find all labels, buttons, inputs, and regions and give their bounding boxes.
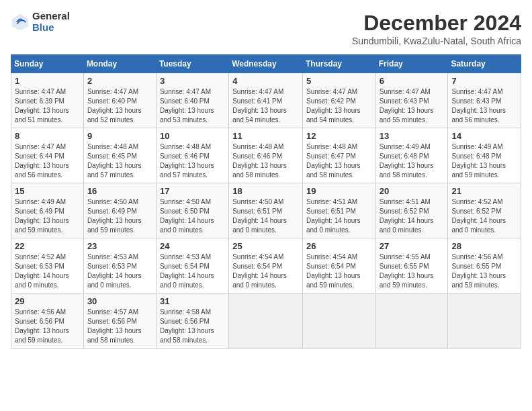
logo-icon xyxy=(11,13,30,32)
calendar-cell xyxy=(448,293,521,349)
day-info: Sunrise: 4:50 AM Sunset: 6:49 PM Dayligh… xyxy=(87,197,152,235)
logo-text: General Blue xyxy=(32,11,70,33)
day-info: Sunrise: 4:48 AM Sunset: 6:47 PM Dayligh… xyxy=(306,142,372,180)
day-info: Sunrise: 4:51 AM Sunset: 6:51 PM Dayligh… xyxy=(306,197,372,235)
calendar-cell: 14Sunrise: 4:49 AM Sunset: 6:48 PM Dayli… xyxy=(448,128,521,183)
calendar-cell: 15Sunrise: 4:49 AM Sunset: 6:49 PM Dayli… xyxy=(11,183,84,238)
calendar-week-3: 15Sunrise: 4:49 AM Sunset: 6:49 PM Dayli… xyxy=(11,183,521,238)
day-number: 30 xyxy=(87,296,152,306)
day-number: 20 xyxy=(380,186,445,196)
calendar-cell: 5Sunrise: 4:47 AM Sunset: 6:42 PM Daylig… xyxy=(302,73,375,128)
calendar-cell: 9Sunrise: 4:48 AM Sunset: 6:45 PM Daylig… xyxy=(83,128,156,183)
logo-blue: Blue xyxy=(32,22,70,34)
day-number: 21 xyxy=(451,186,517,196)
calendar-cell: 31Sunrise: 4:58 AM Sunset: 6:56 PM Dayli… xyxy=(156,293,228,349)
calendar-cell xyxy=(375,293,448,349)
day-info: Sunrise: 4:47 AM Sunset: 6:40 PM Dayligh… xyxy=(160,87,225,125)
day-number: 16 xyxy=(87,186,152,196)
title-section: December 2024 Sundumbili, KwaZulu-Natal,… xyxy=(352,11,521,46)
calendar-cell: 28Sunrise: 4:56 AM Sunset: 6:55 PM Dayli… xyxy=(448,238,521,293)
day-info: Sunrise: 4:53 AM Sunset: 6:53 PM Dayligh… xyxy=(87,253,152,290)
calendar-cell: 25Sunrise: 4:54 AM Sunset: 6:54 PM Dayli… xyxy=(229,238,303,293)
day-number: 26 xyxy=(306,241,372,251)
day-number: 19 xyxy=(306,186,372,196)
day-number: 31 xyxy=(160,296,225,306)
calendar-cell: 12Sunrise: 4:48 AM Sunset: 6:47 PM Dayli… xyxy=(302,128,375,183)
day-info: Sunrise: 4:49 AM Sunset: 6:48 PM Dayligh… xyxy=(451,142,517,180)
calendar-cell xyxy=(229,293,303,349)
page-header: General Blue December 2024 Sundumbili, K… xyxy=(11,11,521,46)
day-header-wednesday: Wednesday xyxy=(229,55,303,73)
day-number: 22 xyxy=(15,241,80,251)
day-number: 11 xyxy=(232,131,299,141)
calendar-cell: 29Sunrise: 4:56 AM Sunset: 6:56 PM Dayli… xyxy=(11,293,84,349)
calendar-week-5: 29Sunrise: 4:56 AM Sunset: 6:56 PM Dayli… xyxy=(11,293,521,349)
day-info: Sunrise: 4:55 AM Sunset: 6:55 PM Dayligh… xyxy=(380,253,445,290)
day-info: Sunrise: 4:49 AM Sunset: 6:49 PM Dayligh… xyxy=(15,197,80,235)
calendar-cell: 13Sunrise: 4:49 AM Sunset: 6:48 PM Dayli… xyxy=(375,128,448,183)
calendar-cell: 16Sunrise: 4:50 AM Sunset: 6:49 PM Dayli… xyxy=(83,183,156,238)
day-number: 15 xyxy=(15,186,80,196)
day-header-tuesday: Tuesday xyxy=(156,55,228,73)
day-number: 25 xyxy=(232,241,299,251)
day-number: 6 xyxy=(380,76,445,86)
day-number: 18 xyxy=(232,186,299,196)
day-info: Sunrise: 4:54 AM Sunset: 6:54 PM Dayligh… xyxy=(232,253,299,290)
day-info: Sunrise: 4:54 AM Sunset: 6:54 PM Dayligh… xyxy=(306,253,372,290)
day-header-monday: Monday xyxy=(83,55,156,73)
day-number: 23 xyxy=(87,241,152,251)
logo-general: General xyxy=(32,11,70,22)
day-info: Sunrise: 4:50 AM Sunset: 6:51 PM Dayligh… xyxy=(232,197,299,235)
calendar-cell: 4Sunrise: 4:47 AM Sunset: 6:41 PM Daylig… xyxy=(229,73,303,128)
logo: General Blue xyxy=(11,11,70,33)
calendar-cell: 23Sunrise: 4:53 AM Sunset: 6:53 PM Dayli… xyxy=(83,238,156,293)
day-number: 13 xyxy=(380,131,445,141)
day-header-sunday: Sunday xyxy=(11,55,84,73)
day-number: 8 xyxy=(15,131,80,141)
day-number: 14 xyxy=(451,131,517,141)
calendar-cell: 19Sunrise: 4:51 AM Sunset: 6:51 PM Dayli… xyxy=(302,183,375,238)
calendar-table: SundayMondayTuesdayWednesdayThursdayFrid… xyxy=(11,54,521,349)
day-number: 24 xyxy=(160,241,225,251)
day-info: Sunrise: 4:56 AM Sunset: 6:56 PM Dayligh… xyxy=(15,308,80,345)
calendar-cell: 6Sunrise: 4:47 AM Sunset: 6:43 PM Daylig… xyxy=(375,73,448,128)
day-info: Sunrise: 4:48 AM Sunset: 6:46 PM Dayligh… xyxy=(232,142,299,180)
day-info: Sunrise: 4:50 AM Sunset: 6:50 PM Dayligh… xyxy=(160,197,225,235)
calendar-cell: 1Sunrise: 4:47 AM Sunset: 6:39 PM Daylig… xyxy=(11,73,84,128)
calendar-cell: 30Sunrise: 4:57 AM Sunset: 6:56 PM Dayli… xyxy=(83,293,156,349)
day-info: Sunrise: 4:47 AM Sunset: 6:41 PM Dayligh… xyxy=(232,87,299,125)
day-number: 1 xyxy=(15,76,80,86)
day-number: 7 xyxy=(451,76,517,86)
calendar-cell: 7Sunrise: 4:47 AM Sunset: 6:43 PM Daylig… xyxy=(448,73,521,128)
calendar-cell: 17Sunrise: 4:50 AM Sunset: 6:50 PM Dayli… xyxy=(156,183,228,238)
day-info: Sunrise: 4:47 AM Sunset: 6:43 PM Dayligh… xyxy=(451,87,517,125)
day-header-thursday: Thursday xyxy=(302,55,375,73)
day-info: Sunrise: 4:53 AM Sunset: 6:54 PM Dayligh… xyxy=(160,253,225,290)
main-title: December 2024 xyxy=(352,11,521,36)
calendar-cell: 21Sunrise: 4:52 AM Sunset: 6:52 PM Dayli… xyxy=(448,183,521,238)
day-number: 5 xyxy=(306,76,372,86)
day-info: Sunrise: 4:48 AM Sunset: 6:46 PM Dayligh… xyxy=(160,142,225,180)
calendar-cell: 27Sunrise: 4:55 AM Sunset: 6:55 PM Dayli… xyxy=(375,238,448,293)
day-number: 10 xyxy=(160,131,225,141)
day-header-friday: Friday xyxy=(375,55,448,73)
day-info: Sunrise: 4:47 AM Sunset: 6:43 PM Dayligh… xyxy=(380,87,445,125)
calendar-cell: 8Sunrise: 4:47 AM Sunset: 6:44 PM Daylig… xyxy=(11,128,84,183)
day-number: 2 xyxy=(87,76,152,86)
day-info: Sunrise: 4:57 AM Sunset: 6:56 PM Dayligh… xyxy=(87,308,152,345)
calendar-header: SundayMondayTuesdayWednesdayThursdayFrid… xyxy=(11,55,521,73)
day-number: 17 xyxy=(160,186,225,196)
calendar-week-2: 8Sunrise: 4:47 AM Sunset: 6:44 PM Daylig… xyxy=(11,128,521,183)
day-info: Sunrise: 4:58 AM Sunset: 6:56 PM Dayligh… xyxy=(160,308,225,345)
calendar-cell: 22Sunrise: 4:52 AM Sunset: 6:53 PM Dayli… xyxy=(11,238,84,293)
calendar-cell: 11Sunrise: 4:48 AM Sunset: 6:46 PM Dayli… xyxy=(229,128,303,183)
day-info: Sunrise: 4:52 AM Sunset: 6:53 PM Dayligh… xyxy=(15,253,80,290)
day-number: 28 xyxy=(451,241,517,251)
calendar-cell: 18Sunrise: 4:50 AM Sunset: 6:51 PM Dayli… xyxy=(229,183,303,238)
day-info: Sunrise: 4:48 AM Sunset: 6:45 PM Dayligh… xyxy=(87,142,152,180)
calendar-body: 1Sunrise: 4:47 AM Sunset: 6:39 PM Daylig… xyxy=(11,73,521,349)
calendar-cell: 3Sunrise: 4:47 AM Sunset: 6:40 PM Daylig… xyxy=(156,73,228,128)
day-number: 12 xyxy=(306,131,372,141)
day-number: 4 xyxy=(232,76,299,86)
svg-marker-0 xyxy=(12,13,28,30)
